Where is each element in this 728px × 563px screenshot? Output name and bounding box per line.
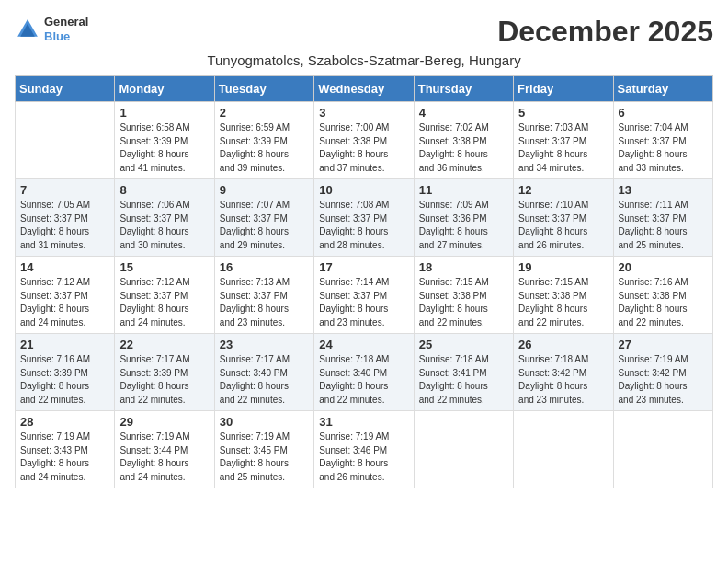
week-row-1: 1Sunrise: 6:58 AM Sunset: 3:39 PM Daylig… xyxy=(16,102,713,179)
calendar-cell: 15Sunrise: 7:12 AM Sunset: 3:37 PM Dayli… xyxy=(115,257,214,334)
day-number: 14 xyxy=(20,260,109,274)
day-number: 29 xyxy=(119,415,209,429)
calendar-cell: 30Sunrise: 7:19 AM Sunset: 3:45 PM Dayli… xyxy=(214,411,313,488)
week-row-2: 7Sunrise: 7:05 AM Sunset: 3:37 PM Daylig… xyxy=(16,179,713,257)
calendar-cell: 8Sunrise: 7:06 AM Sunset: 3:37 PM Daylig… xyxy=(115,179,214,257)
calendar-cell: 12Sunrise: 7:10 AM Sunset: 3:37 PM Dayli… xyxy=(514,179,613,257)
day-number: 6 xyxy=(619,106,708,120)
day-number: 25 xyxy=(419,338,508,351)
calendar-cell: 25Sunrise: 7:18 AM Sunset: 3:41 PM Dayli… xyxy=(414,334,513,411)
calendar-cell: 9Sunrise: 7:07 AM Sunset: 3:37 PM Daylig… xyxy=(214,179,313,257)
cell-content: Sunrise: 7:11 AM Sunset: 3:37 PM Dayligh… xyxy=(619,199,708,252)
cell-content: Sunrise: 7:16 AM Sunset: 3:38 PM Dayligh… xyxy=(619,276,708,329)
day-number: 28 xyxy=(20,415,109,429)
cell-content: Sunrise: 7:18 AM Sunset: 3:41 PM Dayligh… xyxy=(419,353,508,407)
calendar-cell: 31Sunrise: 7:19 AM Sunset: 3:46 PM Dayli… xyxy=(314,411,414,488)
day-number: 20 xyxy=(619,260,708,274)
week-row-5: 28Sunrise: 7:19 AM Sunset: 3:43 PM Dayli… xyxy=(16,411,713,488)
cell-content: Sunrise: 7:02 AM Sunset: 3:38 PM Dayligh… xyxy=(419,121,508,175)
calendar-cell xyxy=(514,411,613,488)
cell-content: Sunrise: 7:09 AM Sunset: 3:36 PM Dayligh… xyxy=(419,199,508,252)
day-number: 21 xyxy=(20,338,109,351)
calendar-cell xyxy=(414,411,513,488)
day-number: 31 xyxy=(319,415,408,429)
calendar-cell: 19Sunrise: 7:15 AM Sunset: 3:38 PM Dayli… xyxy=(514,257,613,334)
calendar-cell xyxy=(613,411,712,488)
calendar-cell: 5Sunrise: 7:03 AM Sunset: 3:37 PM Daylig… xyxy=(514,102,613,179)
calendar-cell: 13Sunrise: 7:11 AM Sunset: 3:37 PM Dayli… xyxy=(613,179,712,257)
cell-content: Sunrise: 6:59 AM Sunset: 3:39 PM Dayligh… xyxy=(220,121,309,175)
day-number: 22 xyxy=(119,338,209,351)
day-header-tuesday: Tuesday xyxy=(214,76,313,102)
header-row: SundayMondayTuesdayWednesdayThursdayFrid… xyxy=(16,76,713,102)
day-header-friday: Friday xyxy=(514,76,613,102)
cell-content: Sunrise: 6:58 AM Sunset: 3:39 PM Dayligh… xyxy=(119,121,209,175)
day-number: 16 xyxy=(220,260,309,274)
cell-content: Sunrise: 7:15 AM Sunset: 3:38 PM Dayligh… xyxy=(419,276,508,329)
calendar-cell: 18Sunrise: 7:15 AM Sunset: 3:38 PM Dayli… xyxy=(414,257,513,334)
calendar-cell xyxy=(16,102,115,179)
calendar-cell: 21Sunrise: 7:16 AM Sunset: 3:39 PM Dayli… xyxy=(16,334,115,411)
cell-content: Sunrise: 7:16 AM Sunset: 3:39 PM Dayligh… xyxy=(20,353,109,407)
logo: General Blue xyxy=(15,15,88,43)
cell-content: Sunrise: 7:03 AM Sunset: 3:37 PM Dayligh… xyxy=(518,121,608,175)
location-title: Tunyogmatolcs, Szabolcs-Szatmar-Bereg, H… xyxy=(15,52,713,68)
cell-content: Sunrise: 7:12 AM Sunset: 3:37 PM Dayligh… xyxy=(20,276,109,329)
calendar-cell: 29Sunrise: 7:19 AM Sunset: 3:44 PM Dayli… xyxy=(115,411,214,488)
week-row-3: 14Sunrise: 7:12 AM Sunset: 3:37 PM Dayli… xyxy=(16,257,713,334)
cell-content: Sunrise: 7:15 AM Sunset: 3:38 PM Dayligh… xyxy=(518,276,608,329)
day-number: 23 xyxy=(220,338,309,351)
cell-content: Sunrise: 7:18 AM Sunset: 3:40 PM Dayligh… xyxy=(319,353,408,407)
day-number: 9 xyxy=(220,183,309,197)
week-row-4: 21Sunrise: 7:16 AM Sunset: 3:39 PM Dayli… xyxy=(16,334,713,411)
cell-content: Sunrise: 7:06 AM Sunset: 3:37 PM Dayligh… xyxy=(119,199,209,252)
day-number: 15 xyxy=(119,260,209,274)
cell-content: Sunrise: 7:18 AM Sunset: 3:42 PM Dayligh… xyxy=(518,353,608,407)
calendar-cell: 16Sunrise: 7:13 AM Sunset: 3:37 PM Dayli… xyxy=(214,257,313,334)
calendar-cell: 14Sunrise: 7:12 AM Sunset: 3:37 PM Dayli… xyxy=(16,257,115,334)
day-number: 1 xyxy=(119,106,209,120)
calendar-table: SundayMondayTuesdayWednesdayThursdayFrid… xyxy=(15,75,713,488)
logo-line2: Blue xyxy=(44,29,88,44)
cell-content: Sunrise: 7:19 AM Sunset: 3:46 PM Dayligh… xyxy=(319,431,408,484)
day-header-thursday: Thursday xyxy=(414,76,513,102)
day-header-saturday: Saturday xyxy=(613,76,712,102)
cell-content: Sunrise: 7:12 AM Sunset: 3:37 PM Dayligh… xyxy=(119,276,209,329)
cell-content: Sunrise: 7:00 AM Sunset: 3:38 PM Dayligh… xyxy=(319,121,408,175)
day-number: 3 xyxy=(319,106,408,120)
cell-content: Sunrise: 7:19 AM Sunset: 3:42 PM Dayligh… xyxy=(619,353,708,407)
cell-content: Sunrise: 7:17 AM Sunset: 3:39 PM Dayligh… xyxy=(119,353,209,407)
day-header-monday: Monday xyxy=(115,76,214,102)
day-number: 7 xyxy=(20,183,109,197)
calendar-cell: 24Sunrise: 7:18 AM Sunset: 3:40 PM Dayli… xyxy=(314,334,414,411)
calendar-cell: 2Sunrise: 6:59 AM Sunset: 3:39 PM Daylig… xyxy=(214,102,313,179)
day-number: 2 xyxy=(220,106,309,120)
calendar-cell: 11Sunrise: 7:09 AM Sunset: 3:36 PM Dayli… xyxy=(414,179,513,257)
calendar-cell: 3Sunrise: 7:00 AM Sunset: 3:38 PM Daylig… xyxy=(314,102,414,179)
day-number: 4 xyxy=(419,106,508,120)
day-number: 27 xyxy=(619,338,708,351)
day-number: 12 xyxy=(518,183,608,197)
cell-content: Sunrise: 7:19 AM Sunset: 3:45 PM Dayligh… xyxy=(220,431,309,484)
month-title: December 2025 xyxy=(497,15,713,49)
day-number: 24 xyxy=(319,338,408,351)
day-number: 19 xyxy=(518,260,608,274)
logo-icon xyxy=(15,17,40,42)
calendar-cell: 6Sunrise: 7:04 AM Sunset: 3:37 PM Daylig… xyxy=(613,102,712,179)
day-header-sunday: Sunday xyxy=(16,76,115,102)
calendar-cell: 4Sunrise: 7:02 AM Sunset: 3:38 PM Daylig… xyxy=(414,102,513,179)
cell-content: Sunrise: 7:07 AM Sunset: 3:37 PM Dayligh… xyxy=(220,199,309,252)
logo-line1: General xyxy=(44,15,88,29)
calendar-cell: 20Sunrise: 7:16 AM Sunset: 3:38 PM Dayli… xyxy=(613,257,712,334)
calendar-cell: 28Sunrise: 7:19 AM Sunset: 3:43 PM Dayli… xyxy=(16,411,115,488)
day-number: 10 xyxy=(319,183,408,197)
cell-content: Sunrise: 7:19 AM Sunset: 3:43 PM Dayligh… xyxy=(20,431,109,484)
calendar-cell: 17Sunrise: 7:14 AM Sunset: 3:37 PM Dayli… xyxy=(314,257,414,334)
day-number: 8 xyxy=(119,183,209,197)
day-number: 26 xyxy=(518,338,608,351)
cell-content: Sunrise: 7:19 AM Sunset: 3:44 PM Dayligh… xyxy=(119,431,209,484)
day-number: 11 xyxy=(419,183,508,197)
day-number: 5 xyxy=(518,106,608,120)
cell-content: Sunrise: 7:10 AM Sunset: 3:37 PM Dayligh… xyxy=(518,199,608,252)
calendar-cell: 10Sunrise: 7:08 AM Sunset: 3:37 PM Dayli… xyxy=(314,179,414,257)
